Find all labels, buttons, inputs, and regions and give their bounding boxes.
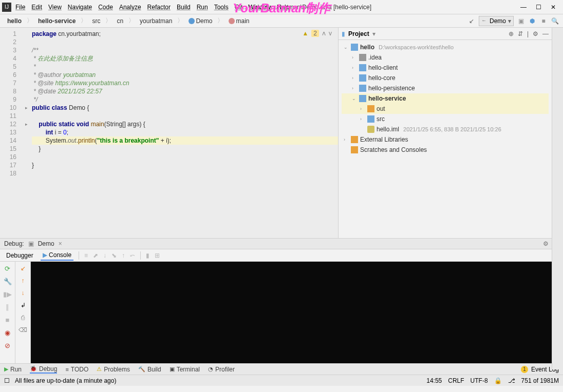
- tool-profiler[interactable]: ◔Profiler: [208, 366, 235, 373]
- menu-navigate[interactable]: Navigate: [68, 4, 92, 11]
- hide-icon[interactable]: —: [542, 30, 549, 37]
- minimize-icon[interactable]: —: [520, 4, 527, 11]
- window-title-path: ...\src\cn\yourbatman\Demo.java [hello-s…: [243, 4, 371, 11]
- event-badge: 1: [521, 366, 528, 373]
- tree-root[interactable]: ⌄ hello D:\workspaces-work\test\hello: [342, 42, 549, 52]
- scroll-icon[interactable]: ↙: [21, 265, 26, 272]
- menu-refactor[interactable]: Refactor: [147, 4, 171, 11]
- menu-analyze[interactable]: Analyze: [119, 4, 141, 11]
- inspector-up-icon[interactable]: ʌ: [322, 30, 326, 37]
- target-icon[interactable]: ⊕: [509, 30, 514, 37]
- tree-item-hello.iml[interactable]: hello.iml2021/1/25 6:55, 838 B 2021/1/25…: [342, 124, 549, 134]
- menu-view[interactable]: View: [48, 4, 62, 11]
- menu-tools[interactable]: Tools: [214, 4, 229, 11]
- stop-icon[interactable]: ■: [6, 316, 10, 324]
- close-icon[interactable]: ✕: [551, 4, 556, 11]
- code-area[interactable]: package cn.yourbatman;/** * 在此处添加备注信息 * …: [32, 28, 338, 238]
- search-icon[interactable]: 🔍: [551, 17, 559, 25]
- rerun-icon[interactable]: ⟳: [5, 265, 10, 272]
- step-into-icon[interactable]: ⬈: [93, 252, 98, 259]
- evaluate-icon[interactable]: ⊞: [155, 252, 160, 259]
- editor[interactable]: ▲ 2 ʌ v 123456789101112131415161718 ▸▸ p…: [0, 28, 338, 238]
- pause-icon[interactable]: ∥: [6, 303, 9, 311]
- menu-build[interactable]: Build: [177, 4, 191, 11]
- menu-code[interactable]: Code: [98, 4, 113, 11]
- status-icon[interactable]: ☐: [4, 377, 10, 384]
- tree-item-out[interactable]: ›out: [342, 104, 549, 114]
- debug-tab-demo[interactable]: Demo: [38, 240, 54, 247]
- step-over-icon[interactable]: ≡: [84, 252, 88, 259]
- menu-file[interactable]: File: [15, 4, 25, 11]
- tool-problems[interactable]: ⚠Problems: [97, 366, 130, 373]
- lock-icon[interactable]: 🔒: [494, 377, 502, 384]
- statusbar: ☐ All files are up-to-date (a minute ago…: [0, 375, 563, 386]
- project-window-icon: ▮: [342, 30, 345, 37]
- inspector-down-icon[interactable]: v: [329, 30, 332, 37]
- clear-icon[interactable]: ⌫: [18, 326, 27, 334]
- crumb-demo[interactable]: Demo: [185, 16, 215, 26]
- crumb-hello-service[interactable]: hello-service: [35, 16, 79, 26]
- status-memory[interactable]: 751 of 1981M: [521, 377, 559, 384]
- maximize-icon[interactable]: ☐: [536, 4, 541, 11]
- debug-gear-icon[interactable]: ⚙: [543, 240, 549, 247]
- tree-item-external-libraries[interactable]: ›External Libraries: [342, 134, 549, 145]
- force-step-icon[interactable]: ⬊: [111, 252, 117, 259]
- status-time: 14:55: [426, 377, 442, 384]
- menu-git[interactable]: Git: [235, 4, 242, 11]
- tool-debug[interactable]: 🐞Debug: [30, 365, 57, 374]
- crumb-src[interactable]: src: [89, 16, 103, 26]
- down-icon[interactable]: ↓: [22, 289, 25, 297]
- menu-run[interactable]: Run: [197, 4, 208, 11]
- crumb-cn[interactable]: cn: [114, 16, 126, 26]
- project-tool-window: ▮ Project ▾ ⊕ ⇵ | ⚙ — ⌄ hello D:\workspa…: [338, 28, 552, 238]
- run-to-cursor-icon[interactable]: ▮: [146, 252, 149, 259]
- debugger-tab[interactable]: Debugger: [4, 251, 35, 260]
- branch-icon[interactable]: ⎇: [508, 377, 515, 384]
- run-icon[interactable]: ▣: [517, 17, 525, 25]
- tree-item-hello-service[interactable]: ⌄hello-service: [342, 93, 549, 104]
- tool-run[interactable]: ▶Run: [4, 366, 22, 373]
- tool-build[interactable]: 🔨Build: [138, 366, 161, 373]
- tool-todo[interactable]: ≡TODO: [65, 366, 88, 373]
- gear-icon[interactable]: ⚙: [533, 30, 538, 37]
- crumb-hello[interactable]: hello: [4, 16, 25, 26]
- wrench-icon[interactable]: 🔧: [4, 278, 12, 285]
- status-eol[interactable]: CRLF: [448, 377, 464, 384]
- resume-icon[interactable]: ▮▶: [3, 290, 12, 298]
- mute-breakpoints-icon[interactable]: ⊘: [5, 342, 10, 349]
- step-into2-icon[interactable]: ↓: [103, 252, 106, 259]
- tree-item-hello-client[interactable]: ›hello-client: [342, 63, 549, 73]
- console-tab[interactable]: ▶ Console: [41, 250, 73, 261]
- dropdown-icon[interactable]: ▾: [372, 30, 376, 37]
- soft-wrap-icon[interactable]: ↲: [21, 302, 26, 309]
- status-encoding[interactable]: UTF-8: [471, 377, 488, 384]
- console-actions: ↙ ↑ ↓ ↲ ⎙ ⌫: [15, 262, 31, 363]
- project-tree[interactable]: ⌄ hello D:\workspaces-work\test\hello ›.…: [339, 40, 552, 238]
- debug-tab-bar: Debug: ▣ Demo × ⚙ —: [0, 238, 563, 249]
- tree-item-scratches-and-consoles[interactable]: Scratches and Consoles: [342, 145, 549, 155]
- collapse-icon[interactable]: ⇵: [518, 30, 523, 37]
- console-output[interactable]: [31, 262, 563, 363]
- step-out-icon[interactable]: ↑: [122, 252, 125, 259]
- tree-item-hello-persistence[interactable]: ›hello-persistence: [342, 83, 549, 93]
- debug-icon[interactable]: ⬢: [528, 17, 536, 25]
- crumb-yourbatman[interactable]: yourbatman: [137, 16, 175, 26]
- hammer-icon[interactable]: ↙: [467, 17, 476, 25]
- tree-item-hello-core[interactable]: ›hello-core: [342, 73, 549, 83]
- drop-frame-icon[interactable]: ⤺: [130, 252, 135, 259]
- project-title[interactable]: Project: [348, 30, 369, 37]
- stop-icon[interactable]: ■: [539, 17, 548, 25]
- up-icon[interactable]: ↑: [22, 277, 25, 284]
- crumb-main[interactable]: main: [226, 16, 252, 26]
- view-breakpoints-icon[interactable]: ◉: [5, 329, 10, 337]
- run-config-selector[interactable]: Demo: [479, 16, 514, 26]
- tree-item-src[interactable]: ›src: [342, 114, 549, 124]
- close-tab-icon[interactable]: ×: [59, 240, 62, 247]
- print-icon[interactable]: ⎙: [21, 314, 25, 321]
- status-message: All files are up-to-date (a minute ago): [15, 377, 116, 384]
- tree-item-.idea[interactable]: ›.idea: [342, 52, 549, 63]
- inspector-widget[interactable]: ▲ 2 ʌ v: [302, 30, 332, 37]
- gutter[interactable]: 123456789101112131415161718: [0, 28, 21, 238]
- menu-edit[interactable]: Edit: [31, 4, 42, 11]
- tool-terminal[interactable]: ▣Terminal: [170, 366, 200, 373]
